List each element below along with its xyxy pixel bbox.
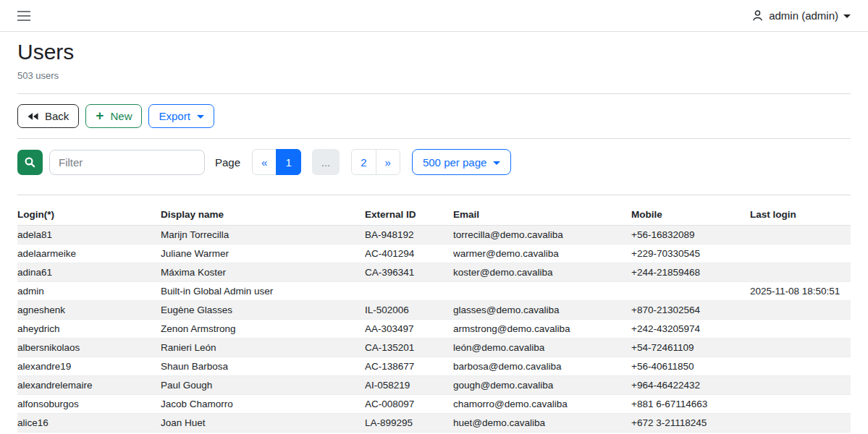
- table-row: adina61Máxima KosterCA-396341koster@demo…: [17, 263, 851, 282]
- table-cell: alice16: [17, 414, 161, 433]
- toolbar: Back + New Export: [17, 104, 851, 128]
- pagination-group-second: 2 »: [351, 149, 400, 175]
- table-cell: CA-135201: [365, 339, 453, 357]
- table-cell: glasses@demo.cavaliba: [453, 301, 631, 320]
- table-row: alice16Joan HuetLA-899295huet@demo.caval…: [17, 414, 851, 433]
- table-cell: AC-401294: [365, 244, 453, 263]
- search-button[interactable]: [17, 150, 43, 175]
- table-row: adminBuilt-in Global Admin user2025-11-0…: [17, 282, 851, 301]
- table-cell: [750, 320, 851, 339]
- table-cell: AC-008097: [365, 395, 453, 414]
- table-cell: [750, 357, 851, 376]
- table-cell: aheydrich: [17, 320, 161, 339]
- plus-icon: +: [96, 109, 104, 122]
- table-cell: Zenon Armstrong: [161, 320, 365, 339]
- table-cell: [750, 244, 851, 263]
- table-cell: barbosa@demo.cavaliba: [453, 357, 631, 376]
- page-title: Users: [17, 39, 851, 65]
- table-cell: +56-16832089: [631, 226, 750, 244]
- pagination-ellipsis: ...: [312, 149, 340, 175]
- table-cell: LA-899295: [365, 414, 453, 433]
- table-row: alfonsoburgosJacob ChamorroAC-008097cham…: [17, 395, 851, 414]
- table-cell: [365, 282, 453, 301]
- table-cell: Built-in Global Admin user: [161, 282, 365, 301]
- table-cell: adela81: [17, 226, 161, 244]
- menu-icon[interactable]: [17, 8, 30, 24]
- main-content: Users 503 users Back + New Export: [0, 32, 868, 433]
- table-cell: AI-058219: [365, 376, 453, 395]
- per-page-label: 500 per page: [423, 156, 486, 169]
- export-label: Export: [159, 110, 190, 122]
- table-cell: Jacob Chamorro: [161, 395, 365, 414]
- table-cell: [453, 282, 631, 301]
- table-cell: agneshenk: [17, 301, 161, 320]
- table-cell: +244-21859468: [631, 263, 750, 282]
- new-button[interactable]: + New: [85, 104, 142, 128]
- page-label: Page: [215, 156, 240, 169]
- table-row: alexandre19Shaun BarbosaAC-138677barbosa…: [17, 357, 851, 376]
- table-cell: gough@demo.cavaliba: [453, 376, 631, 395]
- table-cell: Máxima Koster: [161, 263, 365, 282]
- user-menu[interactable]: admin (admin): [751, 9, 851, 22]
- user-icon: [751, 9, 764, 22]
- table-cell: [750, 376, 851, 395]
- table-cell: [750, 226, 851, 244]
- table-cell: BA-948192: [365, 226, 453, 244]
- table-cell: huet@demo.cavaliba: [453, 414, 631, 433]
- table-row: aheydrichZenon ArmstrongAA-303497armstro…: [17, 320, 851, 339]
- table-cell: +870-21302564: [631, 301, 750, 320]
- column-header: Login(*): [17, 205, 161, 226]
- table-cell: +54-72461109: [631, 339, 750, 357]
- table-cell: +242-43205974: [631, 320, 750, 339]
- users-table-body: adela81Marijn TorrecillaBA-948192torreci…: [17, 226, 851, 433]
- table-cell: alfonsoburgos: [17, 395, 161, 414]
- table-cell: +964-46422432: [631, 376, 750, 395]
- pagination-next[interactable]: »: [376, 149, 400, 175]
- divider: [17, 93, 851, 94]
- table-cell: IL-502006: [365, 301, 453, 320]
- table-row: alexandrelemairePaul GoughAI-058219gough…: [17, 376, 851, 395]
- table-cell: [750, 395, 851, 414]
- table-cell: AA-303497: [365, 320, 453, 339]
- table-cell: +56-40611850: [631, 357, 750, 376]
- table-cell: león@demo.cavaliba: [453, 339, 631, 357]
- caret-down-icon: [197, 115, 204, 119]
- table-cell: torrecilla@demo.cavaliba: [453, 226, 631, 244]
- table-cell: Joan Huet: [161, 414, 365, 433]
- caret-down-icon: [493, 161, 500, 165]
- pagination-group-first: « 1: [252, 149, 301, 175]
- back-button[interactable]: Back: [17, 104, 79, 128]
- table-cell: [750, 263, 851, 282]
- table-cell: +672 3-21118245: [631, 414, 750, 433]
- per-page-dropdown[interactable]: 500 per page: [412, 149, 511, 175]
- table-cell: armstrong@demo.cavaliba: [453, 320, 631, 339]
- table-cell: +229-70330545: [631, 244, 750, 263]
- table-cell: [750, 339, 851, 357]
- table-cell: Shaun Barbosa: [161, 357, 365, 376]
- column-header: External ID: [365, 205, 453, 226]
- table-cell: warmer@demo.cavaliba: [453, 244, 631, 263]
- table-cell: [750, 414, 851, 433]
- new-label: New: [110, 110, 132, 122]
- table-cell: adina61: [17, 263, 161, 282]
- table-cell: chamorro@demo.cavaliba: [453, 395, 631, 414]
- column-header: Mobile: [631, 205, 750, 226]
- table-cell: adelaarmeike: [17, 244, 161, 263]
- export-button[interactable]: Export: [148, 104, 214, 128]
- filter-input[interactable]: [49, 150, 205, 175]
- pagination-page-2[interactable]: 2: [351, 149, 376, 175]
- table-cell: albersnikolaos: [17, 339, 161, 357]
- user-label: admin (admin): [769, 9, 838, 22]
- column-header: Email: [453, 205, 631, 226]
- users-table: Login(*)Display nameExternal IDEmailMobi…: [17, 205, 851, 433]
- table-cell: Ranieri León: [161, 339, 365, 357]
- table-cell: alexandrelemaire: [17, 376, 161, 395]
- table-row: agneshenkEugène GlassesIL-502006glasses@…: [17, 301, 851, 320]
- table-cell: CA-396341: [365, 263, 453, 282]
- table-cell: +881 6-67114663: [631, 395, 750, 414]
- pagination-prev[interactable]: «: [252, 149, 277, 175]
- users-table-wrap: Login(*)Display nameExternal IDEmailMobi…: [17, 205, 851, 433]
- table-cell: Paul Gough: [161, 376, 365, 395]
- table-cell: Juliane Warmer: [161, 244, 365, 263]
- pagination-page-1[interactable]: 1: [276, 149, 300, 175]
